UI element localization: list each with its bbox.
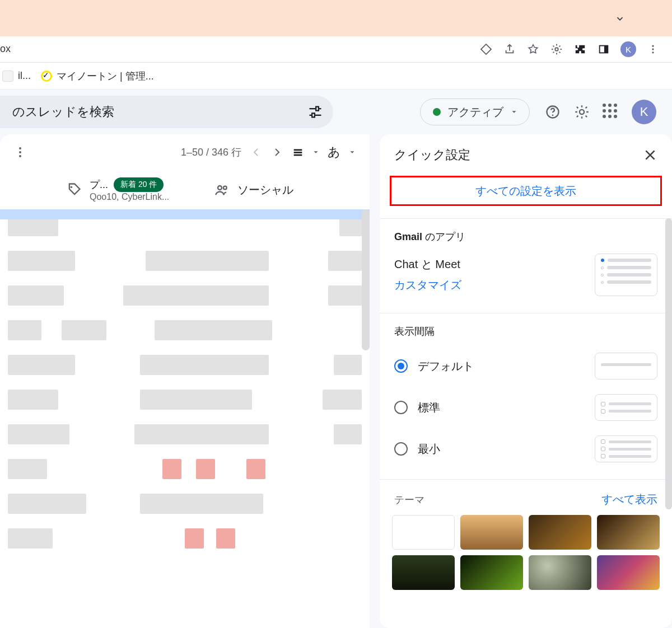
selected-row-highlight (0, 209, 370, 219)
theme-tile[interactable] (392, 555, 455, 590)
svg-point-12 (652, 45, 654, 47)
status-dot-icon (433, 108, 441, 116)
app-preview-thumb (595, 254, 657, 296)
paging-controls: 1–50 / 346 行 あ (181, 144, 356, 161)
tag-icon (66, 182, 82, 198)
gmail-app: のスレッドを検索 アクティブ K 1–50 / 346 行 (0, 90, 672, 628)
inbox-toolbar: 1–50 / 346 行 あ (0, 134, 370, 170)
svg-rect-0 (481, 44, 491, 54)
quick-settings-panel: クイック設定 すべての設定を表示 Gmail のアプリ Chat と Meet … (380, 134, 672, 628)
split-toggle-icon[interactable] (292, 146, 304, 158)
svg-point-26 (218, 186, 222, 190)
norton-favicon-icon (41, 71, 52, 82)
density-section: 表示間隔 デフォルト 標準 (380, 313, 672, 467)
radio-label: 標準 (418, 400, 440, 415)
scrollbar-thumb[interactable] (665, 218, 672, 509)
status-chip[interactable]: アクティブ (420, 99, 530, 125)
svg-line-6 (553, 46, 554, 47)
svg-line-8 (553, 52, 554, 53)
help-icon[interactable] (544, 104, 561, 120)
chevron-down-icon[interactable] (348, 148, 356, 156)
radio-icon (394, 401, 408, 414)
density-option-default[interactable]: デフォルト (394, 353, 657, 379)
svg-point-21 (580, 110, 584, 114)
density-thumb-standard (595, 394, 657, 421)
chevron-down-icon[interactable] (614, 12, 626, 25)
bookmark-label: il... (18, 70, 31, 82)
svg-line-7 (559, 52, 561, 53)
prev-page-icon[interactable] (249, 146, 263, 159)
svg-rect-11 (604, 46, 608, 53)
account-avatar[interactable]: K (632, 100, 656, 124)
svg-line-9 (559, 46, 561, 47)
bookmarks-bar: il... マイノートン | 管理... (0, 63, 672, 90)
bookmark-item-norton[interactable]: マイノートン | 管理... (41, 69, 154, 83)
panel-title: クイック設定 (394, 147, 470, 163)
section-title: 表示間隔 (394, 325, 657, 338)
theme-tile[interactable] (597, 515, 660, 550)
theme-grid (380, 515, 672, 596)
chevron-down-icon[interactable] (312, 148, 320, 156)
scrollbar-thumb[interactable] (362, 209, 370, 350)
page-title-fragment: ox (0, 43, 11, 55)
favicon-generic-icon (2, 71, 13, 82)
section-title: Gmail のアプリ (394, 230, 657, 243)
email-list-blurred (0, 209, 370, 612)
svg-rect-18 (312, 113, 315, 117)
svg-point-25 (71, 186, 72, 189)
tune-icon[interactable] (307, 104, 323, 120)
tab-sublabel: Qoo10, CyberLink... (90, 192, 169, 202)
close-icon[interactable] (643, 148, 657, 162)
gear-icon[interactable] (573, 104, 590, 120)
theme-see-all-link[interactable]: すべて表示 (601, 492, 657, 507)
star-icon[interactable] (526, 43, 540, 56)
top-banner (0, 0, 672, 36)
theme-tile[interactable] (460, 555, 523, 590)
svg-rect-24 (294, 154, 302, 156)
tab-label: ソーシャル (237, 182, 293, 198)
bookmark-item[interactable]: il... (2, 70, 31, 82)
more-vertical-icon[interactable] (13, 146, 27, 159)
density-option-standard[interactable]: 標準 (394, 394, 657, 421)
theme-tile[interactable] (529, 515, 591, 550)
see-all-settings-button[interactable]: すべての設定を表示 (390, 176, 662, 206)
theme-tile[interactable] (460, 515, 523, 550)
svg-point-20 (552, 114, 554, 116)
density-thumb-compact (595, 435, 657, 462)
radio-icon (394, 359, 408, 373)
theme-tile[interactable] (392, 515, 455, 550)
extension-icon[interactable] (479, 43, 493, 56)
browser-avatar[interactable]: K (620, 41, 636, 57)
radio-icon (394, 442, 408, 456)
bookmark-label: マイノートン | 管理... (57, 69, 154, 83)
see-all-label: すべての設定を表示 (475, 184, 576, 199)
apps-grid-icon[interactable] (603, 104, 619, 120)
tab-promotions[interactable]: プ... 新着 20 件 Qoo10, CyberLink... (66, 177, 169, 202)
share-icon[interactable] (503, 43, 516, 56)
browser-more-icon[interactable] (646, 43, 660, 56)
theme-tile[interactable] (597, 555, 660, 590)
inbox-pane: 1–50 / 346 行 あ プ... 新着 20 件 (0, 134, 370, 628)
svg-rect-22 (294, 149, 302, 151)
customize-link[interactable]: カスタマイズ (394, 278, 461, 293)
density-thumb-default (595, 353, 657, 379)
input-lang-label[interactable]: あ (328, 144, 340, 161)
search-input[interactable]: のスレッドを検索 (0, 96, 333, 128)
tab-social[interactable]: ソーシャル (214, 182, 293, 198)
chat-meet-label: Chat と Meet (394, 258, 460, 270)
chevron-down-icon (510, 108, 518, 116)
gear-extension-icon[interactable] (550, 43, 563, 56)
people-icon (214, 182, 230, 198)
tab-label: プ... (90, 178, 108, 191)
svg-point-14 (652, 51, 654, 53)
next-page-icon[interactable] (270, 146, 284, 159)
svg-point-27 (223, 186, 227, 190)
theme-tile[interactable] (529, 555, 591, 590)
radio-label: 最小 (418, 442, 440, 457)
status-label: アクティブ (447, 105, 503, 120)
density-option-compact[interactable]: 最小 (394, 435, 657, 462)
browser-toolbar: ox K (0, 36, 672, 63)
sidepanel-icon[interactable] (597, 43, 610, 56)
puzzle-icon[interactable] (573, 43, 587, 56)
svg-point-13 (652, 48, 654, 50)
